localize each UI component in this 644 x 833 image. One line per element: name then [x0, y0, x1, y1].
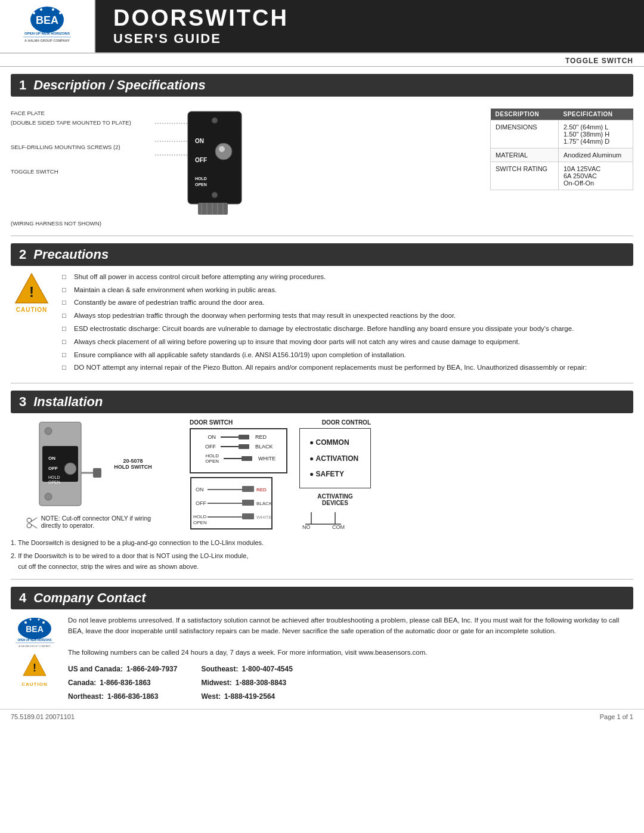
spec-desc-0: DIMENSIONS	[491, 120, 559, 148]
contact-canada: Canada: 1-866-836-1863	[68, 677, 177, 689]
install-right: DOOR SWITCH ON RED	[190, 419, 633, 532]
section4-num: 4	[19, 590, 26, 606]
spec-row-switch: SWITCH RATING 10A 125VAC6A 250VACOn-Off-…	[491, 162, 633, 190]
svg-rect-50	[242, 456, 252, 461]
contact-canada-num: 1-866-836-1863	[100, 677, 150, 689]
section2-num: 2	[19, 247, 26, 262]
svg-text:OPEN UP NEW HORIZONS: OPEN UP NEW HORIZONS	[17, 639, 51, 642]
install-diagrams-area: ON OFF HOLD OPEN 20-5078HOLD SWITCH	[11, 419, 633, 532]
svg-text:A HALMA GROUP COMPANY: A HALMA GROUP COMPANY	[18, 645, 51, 648]
svg-text:HOLD: HOLD	[48, 475, 60, 479]
svg-line-43	[31, 518, 37, 522]
svg-point-5	[59, 12, 61, 14]
spec-header-spec: SPECIFICATION	[559, 109, 633, 120]
section4-header: 4 Company Contact	[11, 587, 633, 609]
svg-rect-40	[93, 468, 101, 478]
section4-content: BEA OPEN UP NEW HORIZONS A HALMA GROUP C…	[11, 615, 633, 702]
install-left: ON OFF HOLD OPEN 20-5078HOLD SWITCH	[11, 419, 178, 531]
svg-rect-48	[239, 444, 249, 449]
spec-row-dimensions: DIMENSIONS 2.50" (64mm) L1.50" (38mm) H1…	[491, 120, 633, 148]
contact-se-num: 1-800-407-4545	[242, 664, 292, 675]
dc-safety: ● SAFETY	[309, 466, 361, 482]
install-notes: 1. The Doorswitch is designed to be a pl…	[11, 538, 633, 572]
device-svg: ON OFF HOLD OPEN	[155, 109, 250, 219]
precaution-item-7: DO NOT attempt any internal repair of th…	[62, 363, 633, 373]
device-illustration: ON OFF HOLD OPEN	[155, 109, 250, 221]
door-switch-title: DOOR SWITCH	[190, 419, 287, 426]
svg-point-4	[52, 8, 54, 11]
svg-text:!: !	[29, 284, 34, 300]
svg-text:OFF: OFF	[48, 466, 58, 471]
spec-val-2: 10A 125VAC6A 250VACOn-Off-On	[559, 162, 633, 190]
contact-logos: BEA OPEN UP NEW HORIZONS A HALMA GROUP C…	[11, 615, 58, 687]
page-footer: 75.5189.01 20071101 Page 1 of 1	[0, 709, 644, 724]
contact-us: US and Canada: 1-866-249-7937	[68, 664, 177, 675]
contact-southeast: Southeast: 1-800-407-4545	[201, 664, 292, 675]
contact-col-right: Southeast: 1-800-407-4545 Midwest: 1-888…	[201, 664, 292, 702]
contact-west-num: 1-888-419-2564	[224, 691, 275, 702]
section1-header: 1 Description / Specifications	[11, 74, 633, 97]
install-note-1: 1. The Doorswitch is designed to be a pl…	[11, 538, 633, 549]
page-header: BEA OPEN UP NEW HORIZONS A HALMA GROUP C…	[0, 0, 644, 54]
install-device: ON OFF HOLD OPEN 20-5078HOLD SWITCH	[36, 419, 152, 509]
contact-west-label: West:	[201, 691, 220, 702]
wire-color-black: BLACK	[255, 444, 276, 450]
spec-table: DESCRIPTION SPECIFICATION DIMENSIONS 2.5…	[490, 109, 633, 190]
annotation-screws: SELF-DRILLING MOUNTING SCREWS (2)	[11, 143, 131, 152]
svg-point-73	[29, 619, 31, 621]
logo-area: BEA OPEN UP NEW HORIZONS A HALMA GROUP C…	[0, 0, 95, 52]
cut-off-note: NOTE: Cut-off connector ONLY if wiring d…	[26, 515, 163, 531]
precautions-list: Shut off all power in access control cir…	[62, 272, 633, 376]
contact-northeast-label: Northeast:	[68, 691, 104, 702]
wire-label-on: ON	[198, 434, 216, 440]
svg-rect-63	[242, 513, 254, 519]
dc-activation: ● ACTIVATION	[309, 451, 361, 466]
svg-point-2	[33, 12, 35, 14]
svg-point-15	[219, 146, 225, 152]
annotation-toggle: TOGGLE SWITCH	[11, 167, 131, 176]
diagram-annotations: FACE PLATE (DOUBLE SIDED TAPE MOUNTED TO…	[11, 103, 131, 228]
svg-text:ON: ON	[48, 456, 55, 461]
contact-west: West: 1-888-419-2564	[201, 691, 292, 702]
svg-text:ON: ON	[196, 487, 204, 493]
contact-bea-logo: BEA OPEN UP NEW HORIZONS A HALMA GROUP C…	[13, 615, 57, 648]
contact-mw-label: Midwest:	[201, 677, 231, 689]
section2-content: ! CAUTION Shut off all power in access c…	[11, 272, 633, 376]
contact-col-left: US and Canada: 1-866-249-7937 Canada: 1-…	[68, 664, 177, 702]
wire-row-hold: HOLDOPEN WHITE	[198, 453, 279, 464]
activation-label: ACTIVATION	[316, 454, 359, 463]
svg-text:OPEN UP NEW HORIZONS: OPEN UP NEW HORIZONS	[24, 32, 70, 35]
wire-diagram-box: ON RED OFF	[190, 428, 287, 473]
svg-rect-58	[242, 500, 254, 506]
contact-northeast: Northeast: 1-866-836-1863	[68, 691, 177, 702]
svg-rect-54	[242, 486, 254, 492]
wire-label-off: OFF	[198, 444, 216, 450]
caution-triangle-svg: !	[14, 272, 49, 305]
contact-info-text: Do not leave problems unresolved. If a s…	[68, 615, 633, 702]
spec-header-desc: DESCRIPTION	[491, 109, 559, 120]
caution-label: CAUTION	[16, 306, 48, 313]
svg-text:COM: COM	[332, 524, 345, 530]
svg-text:HOLD: HOLD	[195, 176, 207, 181]
contact-se-label: Southeast:	[201, 664, 238, 675]
svg-text:OPEN: OPEN	[195, 182, 207, 187]
door-control-title: DOOR CONTROL	[299, 419, 371, 426]
scissors-icon	[26, 515, 38, 531]
precaution-item-1: Maintain a clean & safe environment when…	[62, 285, 633, 296]
hold-switch-label: 20-5078HOLD SWITCH	[114, 458, 152, 470]
contact-text-2: The following numbers can be called 24 h…	[68, 648, 633, 658]
svg-point-11	[212, 192, 218, 198]
title-area: DOORSWITCH USER'S GUIDE	[95, 0, 644, 52]
svg-text:RED: RED	[256, 487, 267, 493]
section2-title: Precautions	[33, 247, 109, 262]
svg-point-37	[64, 463, 76, 475]
spec-desc-2: SWITCH RATING	[491, 162, 559, 190]
svg-text:A HALMA GROUP COMPANY: A HALMA GROUP COMPANY	[24, 39, 70, 42]
section3-title: Installation	[33, 394, 103, 410]
main-title: DOORSWITCH	[113, 6, 626, 31]
svg-point-75	[42, 621, 45, 624]
svg-point-42	[27, 524, 31, 528]
contact-caution-label: CAUTION	[21, 682, 47, 687]
wire-row-off: OFF BLACK	[198, 444, 279, 450]
section1-title: Description / Specifications	[33, 78, 206, 93]
